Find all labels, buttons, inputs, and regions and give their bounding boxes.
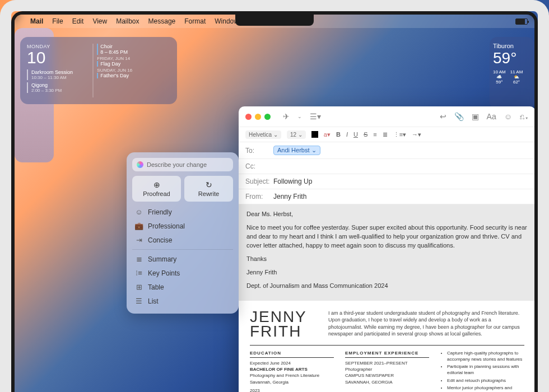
header-fields-icon[interactable]: ☰▾ [310, 112, 321, 121]
subject-field[interactable]: Subject: Following Up [239, 174, 536, 189]
resume-name: JENNY FRITH [250, 310, 317, 339]
italic-button[interactable]: I [346, 131, 348, 138]
text-color-icon[interactable] [311, 131, 318, 138]
format-bar: Helvetica ⌄ 12 ⌄ a▾ B I U S ≡ ≣ ⋮≡▾ →▾ [239, 127, 536, 142]
body-thanks: Thanks [246, 255, 528, 264]
chevron-down-icon[interactable]: ⌄ [297, 114, 302, 119]
send-icon[interactable]: ✈︎ [283, 112, 290, 121]
app-menu[interactable]: Mail [30, 17, 43, 25]
summary-icon: ≣ [134, 255, 143, 263]
resume-education: EDUCATION Expected June 2024 BACHELOR OF… [250, 350, 334, 392]
font-select[interactable]: Helvetica ⌄ [245, 130, 281, 139]
tone-friendly[interactable]: ☺Friendly [132, 205, 233, 219]
weather-location: Tiburon [493, 43, 531, 49]
proofread-button[interactable]: ⊕ Proofread [132, 176, 181, 202]
battery-icon[interactable] [515, 18, 528, 25]
resume-bullets: Capture high-quality photographs to acco… [440, 350, 524, 392]
menu-file[interactable]: File [52, 17, 63, 25]
body-signature: Dept. of Journalism and Mass Communicati… [246, 282, 528, 291]
writing-tools-popover: Describe your change ⊕ Proofread ↻ Rewri… [127, 152, 239, 314]
arrows-in-icon: ⇥ [134, 236, 143, 244]
transform-summary[interactable]: ≣Summary [132, 252, 233, 266]
calendar-widget[interactable]: MONDAY 10 Darkroom Session 10:30 – 11:30… [20, 37, 177, 104]
attach-icon[interactable]: 📎 [454, 112, 464, 121]
text-style-icon[interactable]: a▾ [324, 131, 331, 138]
menu-view[interactable]: View [92, 17, 107, 25]
weather-hour: 11 AM ⛅ 62° [510, 69, 523, 85]
window-titlebar[interactable]: ✈︎ ⌄ ☰▾ ↩︎ 📎 ▣ Aa ☺ ⎌▾ [239, 106, 536, 127]
list-icon[interactable]: ⋮≡▾ [393, 131, 406, 138]
tone-concise[interactable]: ⇥Concise [132, 233, 233, 247]
bold-button[interactable]: B [336, 131, 341, 138]
resume-attachment: JENNY FRITH I am a third-year student un… [239, 301, 536, 392]
magnify-icon: ⊕ [134, 180, 179, 189]
indent-icon[interactable]: →▾ [412, 131, 421, 138]
calendar-event: Darkroom Session 10:30 – 11:30 AM [27, 69, 90, 80]
cc-field[interactable]: Cc: [239, 159, 536, 174]
minimize-button[interactable] [255, 114, 261, 120]
body-greeting: Dear Ms. Herbst, [246, 210, 528, 219]
menu-mailbox[interactable]: Mailbox [116, 17, 139, 25]
markup-icon[interactable]: ⎌▾ [520, 112, 529, 121]
describe-change-input[interactable]: Describe your change [132, 158, 233, 171]
photo-icon[interactable]: ▣ [472, 112, 479, 121]
calendar-event: Choir 8 – 8:45 PM [97, 44, 170, 55]
calendar-event: Flag Day [97, 61, 170, 67]
smile-icon: ☺ [134, 208, 143, 216]
briefcase-icon: 💼 [134, 222, 143, 230]
weather-hour: 10 AM ☁️ 59° [493, 69, 506, 85]
to-field[interactable]: To: Andi Herbst ⌄ [239, 142, 536, 159]
menu-edit[interactable]: Edit [72, 17, 84, 25]
reply-icon[interactable]: ↩︎ [440, 112, 446, 121]
calendar-section-date: FRIDAY, JUN 14 [97, 56, 170, 61]
transform-table[interactable]: ⊞Table [132, 280, 233, 294]
emoji-icon[interactable]: ☺ [504, 112, 512, 121]
format-icon[interactable]: Aa [487, 112, 496, 121]
from-field[interactable]: From: Jenny Frith [239, 189, 536, 204]
rewrite-button[interactable]: ↻ Rewrite [184, 176, 233, 202]
close-button[interactable] [245, 114, 252, 120]
resume-employment: EMPLOYMENT EXPERIENCE SEPTEMBER 2021–PRE… [345, 350, 429, 392]
menu-format[interactable]: Format [184, 17, 206, 25]
list-icon: ☰ [134, 297, 143, 305]
zoom-button[interactable] [264, 114, 271, 120]
table-icon: ⊞ [134, 283, 143, 291]
transform-keypoints[interactable]: ⁝≡Key Points [132, 266, 233, 280]
intelligence-icon [137, 161, 143, 168]
rewrite-icon: ↻ [187, 180, 231, 189]
align-left-icon[interactable]: ≡ [373, 131, 376, 138]
body-signature: Jenny Frith [246, 268, 528, 277]
menu-message[interactable]: Message [148, 17, 176, 25]
mail-compose-window: ✈︎ ⌄ ☰▾ ↩︎ 📎 ▣ Aa ☺ ⎌▾ Helvetica ⌄ 12 ⌄ … [239, 106, 536, 392]
underline-button[interactable]: U [353, 131, 358, 138]
strike-button[interactable]: S [364, 131, 367, 138]
transform-list[interactable]: ☰List [132, 294, 233, 308]
align-center-icon[interactable]: ≣ [383, 131, 388, 138]
laptop-notch [235, 15, 314, 26]
tone-professional[interactable]: 💼Professional [132, 219, 233, 233]
calendar-event: Qigong 2:00 – 3:30 PM [27, 82, 90, 93]
fontsize-select[interactable]: 12 ⌄ [287, 130, 306, 139]
weather-temp: 59° [493, 49, 531, 67]
calendar-event: Father's Day [97, 73, 170, 78]
resume-bio: I am a third-year student undergraduate … [328, 310, 524, 339]
message-body[interactable]: Dear Ms. Herbst, Nice to meet you for co… [239, 204, 536, 392]
weather-widget[interactable]: Tiburon 59° 10 AM ☁️ 59° 11 AM ⛅ 62° [490, 37, 534, 110]
keypoints-icon: ⁝≡ [134, 269, 143, 277]
body-paragraph: Nice to meet you for coffee yesterday. S… [246, 223, 528, 250]
recipient-pill[interactable]: Andi Herbst ⌄ [273, 146, 320, 155]
calendar-day-label: MONDAY [27, 44, 90, 49]
calendar-date: 10 [27, 49, 90, 66]
calendar-section-date: SUNDAY, JUN 16 [97, 68, 170, 73]
